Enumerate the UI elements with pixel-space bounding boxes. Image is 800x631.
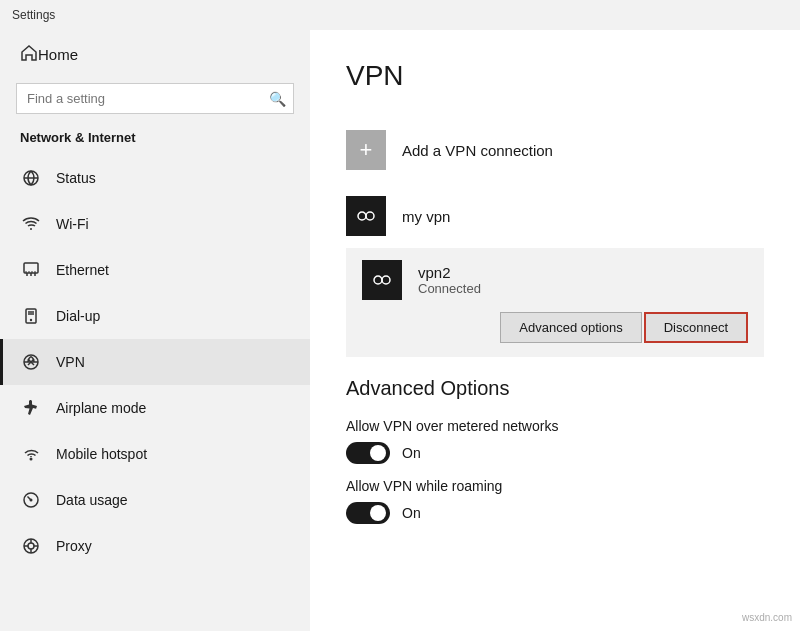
sidebar-item-label-status: Status [56, 170, 96, 186]
sidebar: Home 🔍 Network & Internet Status [0, 30, 310, 631]
option-metered-label: Allow VPN over metered networks [346, 418, 764, 434]
svg-point-15 [28, 543, 34, 549]
home-icon [20, 44, 38, 65]
vpn2-connected-block: vpn2 Connected Advanced options Disconne… [346, 248, 764, 357]
svg-point-13 [30, 499, 33, 502]
option-metered: Allow VPN over metered networks On [346, 418, 764, 464]
add-vpn-label: Add a VPN connection [402, 142, 553, 159]
dialup-icon [20, 305, 42, 327]
hotspot-icon [20, 443, 42, 465]
sidebar-item-label-datausage: Data usage [56, 492, 128, 508]
toggle-roaming-row: On [346, 502, 764, 524]
sidebar-item-proxy[interactable]: Proxy [0, 523, 310, 569]
vpn2-info: vpn2 Connected [418, 264, 481, 296]
content-area: VPN + Add a VPN connection my vpn [310, 30, 800, 631]
main-layout: Home 🔍 Network & Internet Status [0, 30, 800, 631]
sidebar-home-button[interactable]: Home [0, 30, 310, 79]
option-roaming-label: Allow VPN while roaming [346, 478, 764, 494]
vpn2-status: Connected [418, 281, 481, 296]
svg-point-21 [366, 212, 374, 220]
sidebar-item-label-ethernet: Ethernet [56, 262, 109, 278]
title-bar: Settings [0, 0, 800, 30]
toggle-roaming[interactable] [346, 502, 390, 524]
svg-point-11 [30, 458, 33, 461]
myvpn-icon [346, 196, 386, 236]
sidebar-item-wifi[interactable]: Wi-Fi [0, 201, 310, 247]
home-label: Home [38, 46, 78, 63]
add-vpn-button[interactable]: + Add a VPN connection [346, 116, 764, 184]
toggle-metered[interactable] [346, 442, 390, 464]
sidebar-item-ethernet[interactable]: Ethernet [0, 247, 310, 293]
sidebar-item-label-airplane: Airplane mode [56, 400, 146, 416]
page-title: VPN [346, 60, 764, 92]
vpn-item-myvpn[interactable]: my vpn [346, 184, 764, 248]
sidebar-item-label-vpn: VPN [56, 354, 85, 370]
toggle-roaming-state: On [402, 505, 421, 521]
search-icon: 🔍 [269, 91, 286, 107]
datausage-icon [20, 489, 42, 511]
advanced-options-section: Advanced Options Allow VPN over metered … [346, 377, 764, 524]
svg-point-22 [374, 276, 382, 284]
vpn2-buttons: Advanced options Disconnect [362, 312, 748, 343]
svg-point-1 [30, 228, 32, 230]
svg-point-23 [382, 276, 390, 284]
advanced-options-button[interactable]: Advanced options [500, 312, 641, 343]
sidebar-item-vpn[interactable]: VPN [0, 339, 310, 385]
vpn2-item[interactable]: vpn2 Connected [362, 260, 748, 300]
sidebar-item-hotspot[interactable]: Mobile hotspot [0, 431, 310, 477]
sidebar-item-label-wifi: Wi-Fi [56, 216, 89, 232]
myvpn-info: my vpn [402, 208, 450, 225]
vpn2-icon [362, 260, 402, 300]
toggle-metered-row: On [346, 442, 764, 464]
svg-point-20 [358, 212, 366, 220]
wifi-icon [20, 213, 42, 235]
vpn-icon [20, 351, 42, 373]
sidebar-item-label-proxy: Proxy [56, 538, 92, 554]
advanced-options-title: Advanced Options [346, 377, 764, 400]
svg-point-4 [30, 319, 32, 321]
status-icon [20, 167, 42, 189]
sidebar-item-airplane[interactable]: Airplane mode [0, 385, 310, 431]
toggle-metered-state: On [402, 445, 421, 461]
add-vpn-icon: + [346, 130, 386, 170]
vpn2-name: vpn2 [418, 264, 481, 281]
app-title: Settings [12, 8, 55, 22]
search-container: 🔍 [16, 83, 294, 114]
airplane-icon [20, 397, 42, 419]
search-input[interactable] [16, 83, 294, 114]
myvpn-name: my vpn [402, 208, 450, 225]
sidebar-item-label-hotspot: Mobile hotspot [56, 446, 147, 462]
option-roaming: Allow VPN while roaming On [346, 478, 764, 524]
disconnect-button[interactable]: Disconnect [644, 312, 748, 343]
sidebar-item-dialup[interactable]: Dial-up [0, 293, 310, 339]
proxy-icon [20, 535, 42, 557]
sidebar-item-label-dialup: Dial-up [56, 308, 100, 324]
vpn-list: + Add a VPN connection my vpn [346, 116, 764, 357]
ethernet-icon [20, 259, 42, 281]
sidebar-item-datausage[interactable]: Data usage [0, 477, 310, 523]
sidebar-item-status[interactable]: Status [0, 155, 310, 201]
watermark: wsxdn.com [742, 612, 792, 623]
sidebar-section-title: Network & Internet [0, 124, 310, 155]
